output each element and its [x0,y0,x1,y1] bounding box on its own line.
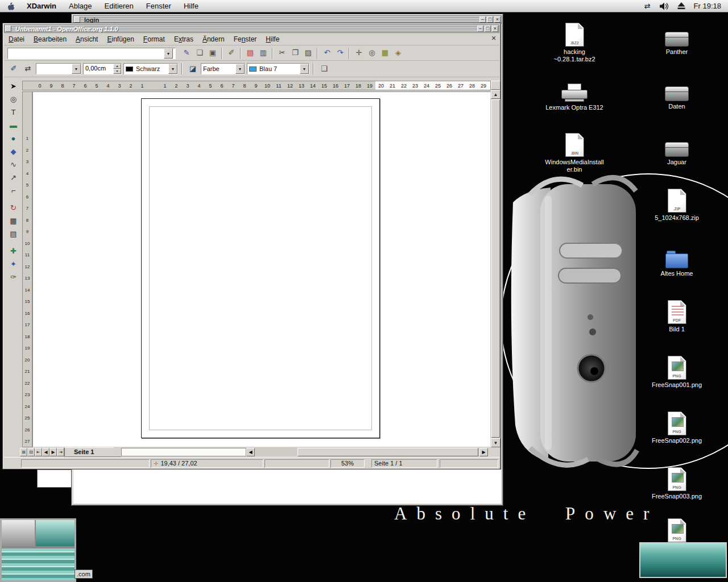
redo-button[interactable]: ↷ [334,47,346,59]
menubar-item-ablage[interactable]: Ablage [63,0,98,13]
edit-points-button[interactable]: ✐ [7,63,20,75]
eject-icon[interactable] [677,2,685,10]
menubar-item-fenster[interactable]: Fenster [140,0,177,13]
zoom-tool[interactable]: ◎ [7,94,20,106]
status-zoom-cell[interactable]: 53% [330,459,365,468]
text-tool[interactable]: T [7,107,20,119]
page-nav-button-5[interactable]: ⇥ [57,448,64,456]
navigator-button[interactable]: ✛ [353,47,365,59]
oo-titlebar[interactable]: Unbenannt1 - OpenOffice.org 1.1.0 – □ × [4,24,499,33]
minimize-button[interactable]: – [477,26,483,32]
scrollbar-thumb[interactable] [491,99,500,438]
oo-menu-ändern[interactable]: Ändern [198,34,229,45]
oo-menu-ansicht[interactable]: Ansicht [71,34,102,45]
desktop-icon-windowsmediainstall-er-bin[interactable]: .BINWindowsMediaInstaller.bin [543,132,606,173]
teal-window-fragment-right[interactable] [639,542,727,578]
page-tab[interactable]: Seite 1 [64,447,121,457]
desktop-icon-unnamed[interactable]: PNG [646,517,708,542]
zoom-button[interactable]: ◎ [366,47,378,59]
hyperlink-button[interactable]: ◈ [392,47,404,59]
status-page-cell[interactable]: Seite 1 / 1 [371,459,437,468]
display-switch-icon[interactable]: ⇄ [644,2,651,10]
line-style-select[interactable]: ▼ [36,63,81,74]
desktop-icon-5-1024x768-zip[interactable]: .ZIP5_1024x768.zip [646,188,708,222]
rotate-tool[interactable]: ↻ [7,202,20,214]
insert-tool[interactable]: ✚ [7,246,20,257]
close-document-button[interactable]: ✕ [490,35,498,42]
page-nav-button-2[interactable]: ⇤ [35,448,42,456]
desktop-icon-freesnap001-png[interactable]: PNGFreeSnap001.png [646,355,708,389]
scroll-left-icon[interactable]: ◀ [246,448,255,456]
oo-menu-format[interactable]: Format [139,34,169,45]
arrange-tool[interactable]: ▤ [7,228,20,240]
vertical-scrollbar[interactable]: ▲ ▼ [491,81,500,447]
menubar-item-hilfe[interactable]: Hilfe [177,0,205,13]
maximize-button[interactable]: □ [485,26,491,32]
window-menu-icon[interactable] [74,16,80,23]
openoffice-window[interactable]: Unbenannt1 - OpenOffice.org 1.1.0 – □ × … [2,23,501,469]
object3d-tool[interactable]: ◆ [7,146,20,158]
fill-color-select[interactable]: Blau 7 ▼ [247,63,309,74]
menubar-item-xdarwin[interactable]: XDarwin [20,0,63,13]
oo-menu-hilfe[interactable]: Hilfe [261,34,284,45]
select-tool[interactable]: ➤ [7,81,20,93]
chevron-down-icon[interactable]: ▼ [164,48,173,59]
desktop-icon-freesnap002-png[interactable]: PNGFreeSnap002.png [646,410,708,444]
connector-tool[interactable]: ⌐ [7,185,20,197]
chevron-down-icon[interactable]: ▼ [235,64,245,74]
page-nav-button-1[interactable]: ⊟ [27,448,35,456]
spin-up-icon[interactable]: ▲ [113,64,121,69]
desktop-icon-jaguar[interactable]: Jaguar [646,132,708,166]
desktop-icon-altes-home[interactable]: Altes Home [646,243,708,277]
shadow-button[interactable]: ❑ [318,63,330,75]
save-document-button[interactable]: ▣ [206,47,219,59]
url-input[interactable] [8,48,164,59]
scrollbar-thumb[interactable] [297,448,478,456]
desktop-icon-bild-1[interactable]: PDFBild 1 [646,299,708,333]
align-tool[interactable]: ▦ [7,215,20,227]
chevron-down-icon[interactable]: ▼ [72,64,81,74]
chevron-down-icon[interactable]: ▼ [300,64,309,74]
open-document-button[interactable]: ❏ [193,47,206,59]
apple-menu[interactable] [0,2,20,11]
oo-menu-bearbeiten[interactable]: Bearbeiten [29,34,71,45]
desktop-icon-freesnap003-png[interactable]: PNGFreeSnap003.png [646,466,708,500]
horizontal-scrollbar[interactable] [255,448,479,456]
line-arrow-tool[interactable]: ↗ [7,172,20,184]
desktop-icon-lexmark-optra-e312[interactable]: Lexmark Optra E312 [543,77,606,111]
undo-button[interactable]: ↶ [321,47,333,59]
page-nav-button-4[interactable]: ▶ [49,448,57,456]
desktop-icon-hacking-0-28-1-tar-bz2[interactable]: .BZ2hacking~0.28.1.tar.bz2 [543,22,606,63]
oo-menu-extras[interactable]: Extras [169,34,198,45]
new-document-button[interactable]: ✎ [180,47,193,59]
cut-button[interactable]: ✂ [276,47,288,59]
scroll-up-icon[interactable]: ▲ [491,90,500,99]
menubar-clock[interactable]: Fr 19:18 [694,2,721,10]
scroll-down-icon[interactable]: ▼ [491,438,500,447]
export-pdf-button[interactable]: ▤ [244,47,257,59]
scrollbar-extra-button[interactable] [491,81,500,90]
chevron-down-icon[interactable]: ▼ [168,64,177,74]
copy-button[interactable]: ❐ [289,47,301,59]
page-nav-button-0[interactable]: ⊞ [20,448,27,456]
fill-button[interactable]: ◪ [187,63,199,75]
effects-tool[interactable]: ✦ [7,259,20,271]
line-width-spinner[interactable]: 0,00cm ▲▼ [83,63,122,74]
com-label[interactable]: .com [75,569,93,579]
line-color-select[interactable]: Schwarz ▼ [123,63,178,74]
gallery-button[interactable]: ▦ [379,47,391,59]
curve-tool[interactable]: ∿ [7,159,20,171]
vertical-ruler[interactable]: 1234567891011121314151617181920212223242… [22,92,32,447]
oo-menu-fenster[interactable]: Fenster [229,34,262,45]
edit-file-button[interactable]: ✐ [225,47,238,59]
desktop-icon-panther[interactable]: Panther [646,22,708,56]
close-button[interactable]: × [492,26,498,32]
status-position-cell[interactable]: ✛ 19,43 / 27,02 [151,459,263,468]
spin-down-icon[interactable]: ▼ [113,69,121,74]
drawing-canvas[interactable] [32,92,491,447]
oo-menu-einfügen[interactable]: Einfügen [102,34,138,45]
window-menu-icon[interactable] [5,26,11,32]
fill-style-select[interactable]: Farbe ▼ [201,63,245,74]
oo-menu-datei[interactable]: Datei [4,34,29,45]
paste-button[interactable]: ▨ [302,47,315,59]
